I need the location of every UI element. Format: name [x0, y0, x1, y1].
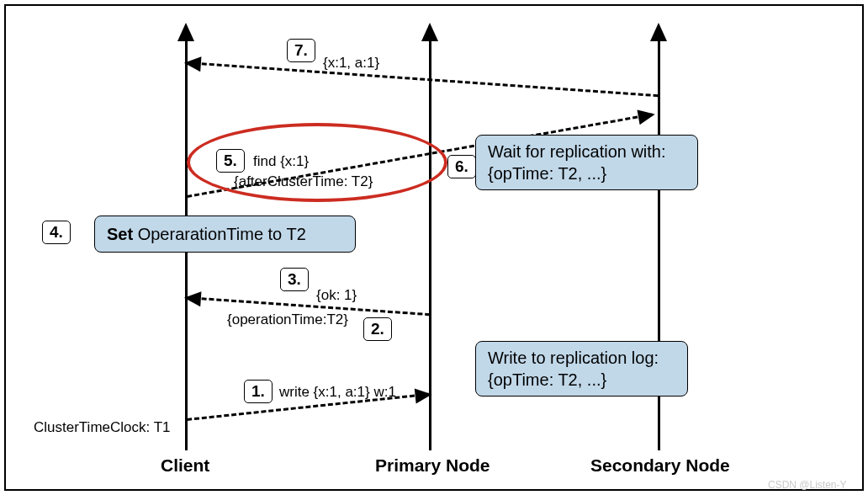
wait-repl-box: Wait for replication with: {opTime: T2, … — [475, 135, 698, 190]
step2-box: 2. — [363, 317, 392, 341]
step7-box: 7. — [287, 39, 315, 62]
wait-repl-line2: {opTime: T2, ...} — [488, 162, 685, 184]
sequence-diagram: Client Primary Node Secondary Node 1. wr… — [4, 4, 864, 491]
primary-lifeline-arrow — [421, 23, 438, 41]
set-prefix: Set — [107, 225, 138, 243]
secondary-label: Secondary Node — [590, 455, 730, 476]
arrowhead-right-icon — [637, 107, 656, 125]
highlight-ellipse — [187, 123, 447, 202]
set-opttime-box: Set OperarationTime to T2 — [94, 216, 356, 253]
arrowhead-left-icon — [183, 55, 201, 71]
clustertime-label: ClusterTimeClock: T1 — [34, 419, 170, 436]
msg7-arrow — [187, 61, 659, 97]
step3-box: 3. — [280, 268, 309, 291]
primary-label: Primary Node — [375, 455, 490, 476]
write-repl-line1: Write to replication log: — [488, 347, 675, 369]
wait-repl-line1: Wait for replication with: — [488, 141, 685, 162]
msg1-text: write {x:1, a:1} w:1 — [279, 384, 396, 401]
secondary-lifeline-arrow — [650, 23, 667, 41]
client-lifeline-arrow — [177, 23, 194, 41]
client-label: Client — [161, 455, 209, 476]
write-repl-line2: {opTime: T2, ...} — [488, 369, 675, 391]
step6-box: 6. — [447, 155, 476, 178]
msg2-text: {operationTime:T2} — [227, 311, 348, 328]
msg7-text: {x:1, a:1} — [323, 55, 379, 72]
watermark: CSDN @Listen-Y — [768, 479, 847, 491]
set-text: OperarationTime to T2 — [138, 225, 306, 243]
write-repl-box: Write to replication log: {opTime: T2, .… — [475, 341, 688, 397]
step1-box: 1. — [244, 380, 273, 403]
arrowhead-right-icon — [415, 386, 433, 403]
step4-box: 4. — [42, 221, 71, 244]
msg3-text: {ok: 1} — [316, 287, 357, 304]
arrowhead-left-icon — [183, 290, 201, 306]
